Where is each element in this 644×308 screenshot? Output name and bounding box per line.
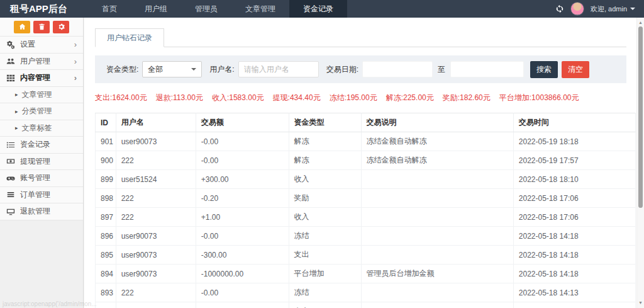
sidebar-quick-buttons [0, 18, 83, 37]
main-content: 用户钻石记录 资金类型: 全部 用户名: 交易日期: 至 搜索 清空 支出:16… [84, 18, 636, 308]
stat-income: 收入:1583.00元 [212, 93, 264, 103]
table-row[interactable]: 895 user90073 -300.00 支出 2022-05-18 14:1… [96, 246, 636, 265]
user-menu[interactable]: 欢迎, admin [591, 4, 635, 14]
monitor-icon [6, 207, 15, 216]
cell-amount: -1000000.00 [196, 265, 289, 283]
sidebar-item-account-management[interactable]: 账号管理 [0, 170, 83, 187]
tab-bar: 用户钻石记录 [95, 28, 626, 47]
cell-time: 2022-05-18 17:06 [513, 189, 635, 208]
chevron-down-icon [630, 8, 635, 10]
table-row[interactable]: 898 222 -0.20 奖励 2022-05-18 17:06 [96, 189, 636, 208]
cell-description: 冻结金额自动解冻 [361, 151, 513, 170]
cell-username: 222 [116, 151, 196, 170]
stat-frozen: 冻结:195.00元 [330, 93, 377, 103]
cell-fund-type: 收入 [289, 170, 361, 189]
column-header-amount: 交易额 [196, 113, 289, 132]
stat-withdraw: 提现:434.40元 [273, 93, 321, 103]
cell-username: user90073 [116, 246, 196, 265]
date-to-separator: 至 [438, 64, 445, 75]
date-from-input[interactable] [362, 61, 433, 77]
nav-item-home[interactable]: 首页 [88, 0, 131, 18]
cell-id: 896 [96, 227, 116, 246]
cell-description [361, 189, 513, 208]
sidebar-item-category-management[interactable]: ▸ 分类管理 [0, 103, 83, 120]
cell-id: 899 [96, 170, 116, 189]
triangle-right-icon: ▸ [15, 108, 18, 115]
cell-time: 2022-05-19 17:57 [513, 151, 635, 170]
table-row[interactable]: 897 222 +1.00 收入 2022-05-18 17:06 [96, 208, 636, 227]
column-header-description: 交易说明 [361, 113, 513, 132]
filter-bar: 资金类型: 全部 用户名: 交易日期: 至 搜索 清空 [95, 55, 626, 83]
stat-platform-add: 平台增加:1003866.00元 [499, 93, 579, 103]
search-button[interactable]: 搜索 [530, 61, 558, 78]
table-row[interactable]: 900 222 -0.00 解冻 冻结金额自动解冻 2022-05-19 17:… [96, 151, 636, 170]
cell-amount: +300.00 [196, 170, 289, 189]
cell-username: user90073 [116, 227, 196, 246]
cell-time: 2022-05-18 14:13 [513, 283, 635, 302]
cell-id: 900 [96, 151, 116, 170]
sidebar-item-article-tags[interactable]: ▸ 文章标签 [0, 120, 83, 137]
avatar[interactable] [570, 2, 584, 16]
bars-icon [6, 190, 15, 199]
banknote-icon [6, 157, 15, 166]
sidebar-item-content-management[interactable]: 内容管理 › [0, 70, 83, 87]
chevron-right-icon: › [74, 73, 77, 83]
scroll-down-arrow-icon[interactable]: ▼ [637, 299, 644, 307]
table-row[interactable]: 901 user90073 -0.00 解冻 冻结金额自动解冻 2022-05-… [96, 132, 636, 151]
table-row[interactable]: 896 user90073 -0.00 冻结 2022-05-18 14:18 [96, 227, 636, 246]
cell-description: 冻结金额自动解冻 [361, 132, 513, 151]
welcome-text: 欢迎, admin [591, 4, 627, 14]
home-button[interactable] [14, 21, 30, 33]
fund-type-selected-value: 全部 [148, 64, 163, 75]
chevron-right-icon: › [74, 40, 77, 49]
sidebar-item-label: 提现管理 [20, 156, 50, 167]
table-header: ID 用户名 交易额 资金类型 交易说明 交易时间 [96, 113, 636, 132]
sidebar-item-article-management[interactable]: ▸ 文章管理 [0, 87, 83, 104]
cell-id: 892 [96, 302, 116, 308]
cell-fund-type: 冻结 [289, 227, 361, 246]
nav-item-fund-records[interactable]: 资金记录 [289, 0, 347, 18]
chevron-down-icon [191, 68, 196, 71]
cell-amount: -0.20 [196, 189, 289, 208]
sidebar-item-order-management[interactable]: 订单管理 [0, 187, 83, 204]
column-header-fund-type: 资金类型 [289, 113, 361, 132]
nav-item-articles[interactable]: 文章管理 [231, 0, 289, 18]
list-icon [6, 140, 15, 149]
sidebar-item-label: 分类管理 [22, 106, 52, 117]
trash-button[interactable] [33, 21, 50, 33]
sidebar-item-withdrawal-management[interactable]: 提现管理 [0, 154, 83, 171]
grid-icon [6, 74, 15, 83]
sidebar-item-user-management[interactable]: 用户管理 › [0, 54, 83, 71]
cell-description [361, 283, 513, 302]
table-row[interactable]: 899 user51524 +300.00 收入 2022-05-18 18:1… [96, 170, 636, 189]
chevron-right-icon: › [74, 57, 77, 66]
scroll-up-arrow-icon[interactable]: ▲ [637, 19, 644, 26]
cell-username: 222 [116, 302, 196, 308]
cell-fund-type: 支出 [289, 246, 361, 265]
sidebar: 设置 › 用户管理 › 内容管理 › ▸ 文章管理 ▸ 分类管理 ▸ 文章标签 … [0, 18, 84, 308]
table-row[interactable]: 894 user90073 -1000000.00 平台增加 管理员后台增加金额… [96, 265, 636, 283]
sidebar-item-settings[interactable]: 设置 › [0, 37, 83, 54]
sidebar-item-fund-records[interactable]: 资金记录 [0, 137, 83, 154]
sidebar-menu: 设置 › 用户管理 › 内容管理 › ▸ 文章管理 ▸ 分类管理 ▸ 文章标签 … [0, 37, 83, 220]
scrollbar-thumb[interactable] [638, 26, 643, 208]
sidebar-item-label: 用户管理 [20, 56, 50, 67]
nav-item-admins[interactable]: 管理员 [181, 0, 231, 18]
nav-item-user-groups[interactable]: 用户组 [131, 0, 181, 18]
table-row[interactable]: 892 222 -1.00 支出 2022-05-18 14:13 [96, 302, 636, 308]
sidebar-item-refund-management[interactable]: 退款管理 [0, 203, 83, 220]
sidebar-item-label: 设置 [20, 39, 35, 50]
app-title: 租号APP后台 [0, 0, 88, 18]
table-row[interactable]: 893 222 -0.00 冻结 2022-05-18 14:13 [96, 283, 636, 302]
gear-button[interactable] [53, 21, 69, 33]
fund-type-select[interactable]: 全部 [142, 61, 202, 77]
tab-user-diamond-records[interactable]: 用户钻石记录 [95, 28, 164, 47]
cell-username: 222 [116, 189, 196, 208]
clear-button[interactable]: 清空 [562, 61, 589, 78]
date-to-input[interactable] [450, 61, 524, 77]
refresh-icon[interactable] [555, 4, 564, 13]
cell-time: 2022-05-18 14:18 [513, 246, 635, 265]
vertical-scrollbar[interactable]: ▲ ▼ [636, 18, 644, 308]
username-input[interactable] [238, 61, 319, 77]
sidebar-item-label: 账号管理 [20, 173, 50, 183]
